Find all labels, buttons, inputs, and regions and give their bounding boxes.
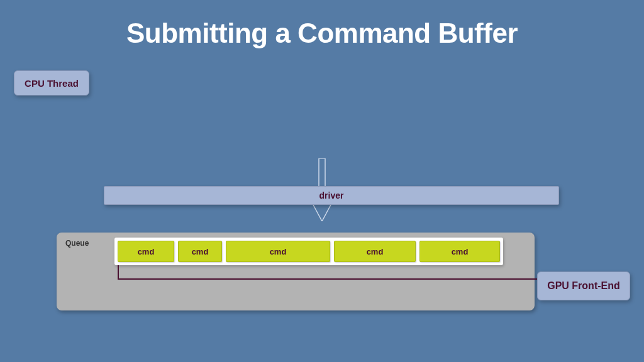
gpu-label: GPU Front-End bbox=[547, 280, 620, 292]
cmd-block: cmd bbox=[226, 241, 330, 262]
cmd-block: cmd bbox=[419, 241, 500, 262]
gpu-front-end-box: GPU Front-End bbox=[537, 272, 630, 300]
queue-to-gpu-arrow-icon bbox=[117, 264, 589, 283]
cpu-thread-box: CPU Thread bbox=[14, 70, 89, 96]
driver-label: driver bbox=[319, 190, 344, 200]
cmd-block: cmd bbox=[118, 241, 174, 262]
driver-bar: driver bbox=[104, 186, 559, 205]
queue-panel: Queue cmd cmd cmd cmd cmd bbox=[57, 233, 535, 310]
cmd-block: cmd bbox=[178, 241, 222, 262]
cmd-block: cmd bbox=[334, 241, 416, 262]
command-buffer-strip: cmd cmd cmd cmd cmd bbox=[114, 238, 503, 265]
queue-label: Queue bbox=[65, 239, 89, 248]
slide-title: Submitting a Command Buffer bbox=[0, 0, 644, 49]
cpu-thread-label: CPU Thread bbox=[25, 78, 79, 89]
